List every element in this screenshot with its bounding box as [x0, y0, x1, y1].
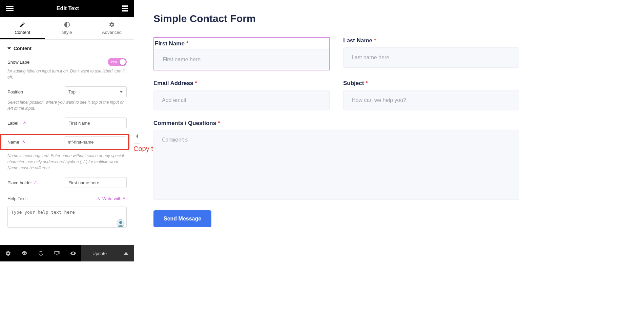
label-field-label-text: Label :: [7, 121, 21, 126]
eye-icon: [70, 250, 76, 256]
field-email[interactable]: Email Address *: [153, 80, 330, 110]
required-asterisk: *: [195, 80, 197, 86]
footer-layers-button[interactable]: [16, 245, 33, 261]
position-value: Top: [68, 89, 76, 94]
email-label: Email Address *: [153, 80, 330, 87]
name-field-label: Name: [7, 140, 25, 145]
footer-history-button[interactable]: [33, 245, 49, 261]
position-help: Select label position. where you want to…: [7, 99, 127, 111]
sparkle-icon: [34, 181, 38, 185]
required-asterisk: *: [186, 40, 189, 47]
section-content-label: Content: [14, 46, 32, 51]
field-last-name[interactable]: Last Name *: [343, 37, 519, 70]
switch-knob: [120, 59, 126, 65]
name-field-label-text: Name: [7, 140, 19, 145]
hamburger-icon[interactable]: [6, 6, 14, 11]
first-name-label: First Name *: [154, 38, 329, 47]
chevron-left-icon: [136, 134, 139, 138]
comments-label-text: Comments / Questions: [153, 120, 216, 126]
editor-title: Edit Text: [57, 5, 79, 12]
last-name-label-text: Last Name: [343, 37, 372, 44]
editor-header: Edit Text: [0, 0, 134, 17]
contrast-icon: [64, 22, 70, 28]
label-field-label: Label :: [7, 121, 27, 126]
helptext-textarea[interactable]: [7, 207, 127, 228]
last-name-input[interactable]: [343, 47, 519, 68]
submit-button-label: Send Message: [164, 216, 201, 221]
footer-settings-button[interactable]: [0, 245, 16, 261]
name-row: Name: [0, 134, 129, 150]
show-label-label: Show Label: [7, 60, 30, 65]
gear-icon: [5, 250, 11, 256]
history-icon: [38, 250, 44, 256]
last-name-label: Last Name *: [343, 37, 519, 44]
chevron-down-icon: [120, 90, 123, 93]
form-grid: First Name * Last Name * Email Address *…: [153, 37, 519, 201]
email-label-text: Email Address: [153, 80, 193, 86]
editor-tabs: Content Style Advanced: [0, 17, 134, 40]
placeholder-field-label: Place holder: [7, 180, 38, 185]
first-name-label-text: First Name: [155, 40, 185, 47]
field-first-name[interactable]: First Name *: [153, 37, 330, 70]
apps-grid-icon[interactable]: [122, 5, 128, 12]
name-input[interactable]: [64, 136, 126, 147]
sparkle-icon: [96, 197, 100, 201]
footer-responsive-button[interactable]: [49, 245, 65, 261]
pencil-icon: [19, 22, 25, 28]
show-label-switch[interactable]: Yes: [108, 58, 127, 66]
field-comments[interactable]: Comments / Questions *: [153, 120, 519, 201]
position-label: Position: [7, 89, 23, 94]
svg-point-2: [119, 221, 122, 224]
layers-icon: [21, 250, 27, 256]
tab-content[interactable]: Content: [0, 17, 45, 39]
name-help: Name is must required. Enter name withou…: [7, 153, 127, 171]
footer-preview-button[interactable]: [65, 245, 81, 261]
show-label-help: for adding label on input turn it on. Do…: [7, 68, 127, 80]
editor-panel: Edit Text Content Style Advanced Content…: [0, 0, 134, 262]
tab-advanced[interactable]: Advanced: [89, 17, 134, 39]
caret-down-icon: [7, 47, 11, 50]
first-name-input[interactable]: [154, 49, 329, 69]
tab-content-label: Content: [15, 30, 30, 35]
required-asterisk: *: [374, 37, 376, 44]
sparkle-icon: [23, 121, 27, 125]
form-title: Simple Contact Form: [153, 13, 519, 24]
email-input[interactable]: [153, 90, 330, 110]
gear-icon: [109, 22, 115, 28]
tab-style[interactable]: Style: [45, 17, 89, 39]
tab-advanced-label: Advanced: [102, 30, 122, 35]
write-with-ai-label: Write with AI: [102, 196, 127, 201]
footer-more-button[interactable]: [118, 245, 134, 261]
placeholder-field-label-text: Place holder: [7, 180, 32, 185]
update-button[interactable]: Update: [81, 245, 118, 261]
submit-button[interactable]: Send Message: [153, 210, 211, 227]
sparkle-icon: [21, 140, 25, 144]
comments-textarea[interactable]: [153, 130, 519, 200]
subject-label: Subject *: [343, 80, 519, 87]
collapse-panel-button[interactable]: [134, 129, 140, 144]
required-asterisk: *: [218, 120, 220, 126]
label-input[interactable]: [65, 118, 127, 128]
write-with-ai-button[interactable]: Write with AI: [96, 196, 127, 201]
required-asterisk: *: [366, 80, 368, 86]
field-subject[interactable]: Subject *: [343, 80, 519, 110]
section-content-toggle[interactable]: Content: [7, 46, 127, 51]
switch-yes-label: Yes: [110, 60, 117, 64]
subject-input[interactable]: [343, 90, 519, 110]
comments-label: Comments / Questions *: [153, 120, 519, 127]
assistant-badge-icon: [117, 219, 125, 227]
helptext-label: Help Text :: [7, 196, 28, 201]
devices-icon: [54, 250, 60, 256]
preview-canvas: Simple Contact Form First Name * Last Na…: [153, 13, 519, 227]
subject-label-text: Subject: [343, 80, 364, 86]
tab-style-label: Style: [62, 30, 72, 35]
chevron-up-icon: [124, 251, 128, 256]
position-select[interactable]: Top: [65, 86, 127, 97]
update-button-label: Update: [92, 251, 107, 256]
editor-footer: Update: [0, 245, 134, 261]
editor-body[interactable]: Content Show Label Yes for adding label …: [0, 40, 134, 262]
placeholder-input[interactable]: [65, 177, 127, 188]
